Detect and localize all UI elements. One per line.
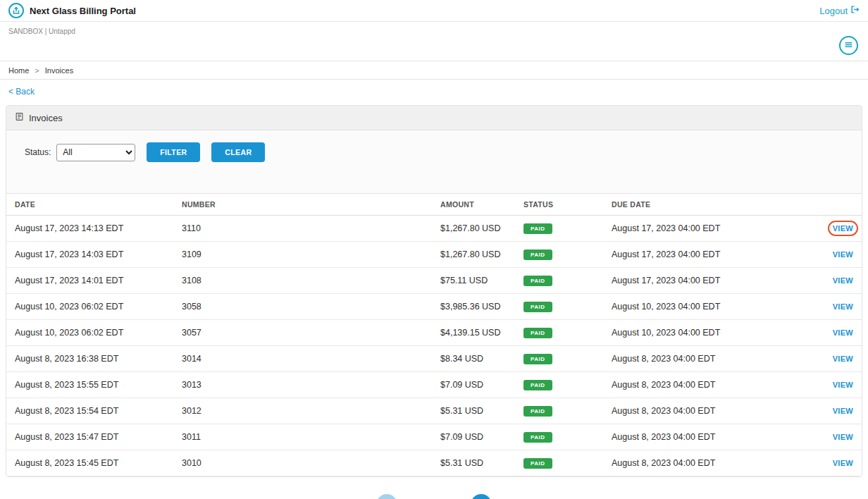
invoice-due-date: August 8, 2023 04:00 EDT bbox=[603, 346, 807, 372]
back-link[interactable]: < Back bbox=[8, 87, 35, 97]
invoice-number: 3010 bbox=[173, 450, 432, 476]
table-row: August 10, 2023 06:02 EDT 3058 $3,985.36… bbox=[6, 294, 862, 320]
invoice-number: 3057 bbox=[173, 320, 432, 346]
invoice-date: August 8, 2023 16:38 EDT bbox=[6, 346, 173, 372]
view-link[interactable]: VIEW bbox=[833, 381, 853, 389]
invoice-due-date: August 17, 2023 04:00 EDT bbox=[603, 268, 807, 294]
filter-row: Status: All FILTER CLEAR bbox=[6, 130, 862, 193]
invoices-panel: Invoices Status: All FILTER CLEAR DATE N… bbox=[6, 105, 862, 477]
logout-button[interactable]: Logout bbox=[819, 5, 860, 16]
app-logo-icon bbox=[8, 3, 24, 18]
view-link[interactable]: VIEW bbox=[833, 328, 853, 337]
environment-bar: SANDBOX | Untappd bbox=[0, 22, 868, 61]
invoice-number: 3012 bbox=[173, 398, 432, 424]
top-header: Next Glass Billing Portal Logout bbox=[0, 0, 868, 22]
invoice-amount: $7.09 USD bbox=[432, 372, 515, 398]
back-row: < Back bbox=[0, 80, 868, 101]
table-row: August 17, 2023 14:13 EDT 3110 $1,267.80… bbox=[6, 216, 862, 242]
invoice-due-date: August 10, 2023 04:00 EDT bbox=[603, 294, 807, 320]
status-badge: PAID bbox=[523, 276, 552, 286]
status-badge: PAID bbox=[523, 432, 552, 443]
table-row: August 10, 2023 06:02 EDT 3057 $4,139.15… bbox=[6, 320, 862, 346]
view-link[interactable]: VIEW bbox=[833, 276, 853, 285]
table-row: August 8, 2023 15:45 EDT 3010 $5.31 USD … bbox=[6, 450, 862, 476]
menu-button[interactable] bbox=[839, 36, 858, 55]
status-filter-select[interactable]: All bbox=[56, 144, 135, 161]
status-filter-label: Status: bbox=[25, 147, 51, 157]
breadcrumb-home[interactable]: Home bbox=[8, 66, 29, 75]
breadcrumb-current: Invoices bbox=[45, 66, 73, 75]
invoice-due-date: August 8, 2023 04:00 EDT bbox=[603, 424, 807, 450]
view-link[interactable]: VIEW bbox=[833, 407, 853, 415]
invoice-date: August 10, 2023 06:02 EDT bbox=[6, 294, 173, 320]
invoice-date: August 17, 2023 14:03 EDT bbox=[6, 242, 173, 268]
table-row: August 8, 2023 15:55 EDT 3013 $7.09 USD … bbox=[6, 372, 862, 398]
breadcrumb: Home > Invoices bbox=[0, 61, 868, 80]
next-page-button[interactable] bbox=[471, 494, 492, 499]
invoice-number: 3058 bbox=[173, 294, 432, 320]
pagination: Page 1 / 80 bbox=[0, 494, 868, 499]
view-link[interactable]: VIEW bbox=[833, 355, 853, 363]
table-row: August 17, 2023 14:01 EDT 3108 $75.11 US… bbox=[6, 268, 862, 294]
invoice-number: 3109 bbox=[173, 242, 432, 268]
table-row: August 8, 2023 15:47 EDT 3011 $7.09 USD … bbox=[6, 424, 862, 450]
view-link[interactable]: VIEW bbox=[833, 433, 853, 441]
invoice-amount: $5.31 USD bbox=[432, 450, 515, 476]
previous-page-button[interactable] bbox=[376, 494, 397, 499]
status-badge: PAID bbox=[523, 328, 552, 338]
table-row: August 8, 2023 15:54 EDT 3012 $5.31 USD … bbox=[6, 398, 862, 424]
column-header-actions bbox=[807, 194, 862, 216]
invoice-date: August 8, 2023 15:54 EDT bbox=[6, 398, 173, 424]
status-badge: PAID bbox=[523, 458, 552, 469]
invoice-due-date: August 8, 2023 04:00 EDT bbox=[603, 372, 807, 398]
invoice-number: 3108 bbox=[173, 268, 432, 294]
invoice-amount: $4,139.15 USD bbox=[432, 320, 515, 346]
invoice-amount: $8.34 USD bbox=[432, 346, 515, 372]
invoice-due-date: August 8, 2023 04:00 EDT bbox=[603, 450, 807, 476]
invoice-amount: $7.09 USD bbox=[432, 424, 515, 450]
invoice-date: August 10, 2023 06:02 EDT bbox=[6, 320, 173, 346]
status-badge: PAID bbox=[523, 380, 552, 390]
view-link[interactable]: VIEW bbox=[833, 302, 853, 311]
invoice-due-date: August 8, 2023 04:00 EDT bbox=[603, 398, 807, 424]
column-header-amount: AMOUNT bbox=[432, 194, 515, 216]
invoice-amount: $5.31 USD bbox=[432, 398, 515, 424]
annotation-highlight-circle: VIEW bbox=[828, 221, 858, 236]
status-badge: PAID bbox=[523, 302, 552, 312]
clear-button[interactable]: CLEAR bbox=[211, 142, 265, 162]
view-link[interactable]: VIEW bbox=[833, 459, 853, 467]
panel-header: Invoices bbox=[6, 106, 862, 130]
invoice-amount: $1,267.80 USD bbox=[432, 216, 515, 242]
status-badge: PAID bbox=[523, 354, 552, 364]
filter-button[interactable]: FILTER bbox=[147, 142, 200, 162]
table-header-row: DATE NUMBER AMOUNT STATUS DUE DATE bbox=[6, 194, 862, 216]
app-title: Next Glass Billing Portal bbox=[30, 6, 136, 16]
invoice-number: 3014 bbox=[173, 346, 432, 372]
hamburger-icon bbox=[844, 40, 853, 51]
invoice-due-date: August 10, 2023 04:00 EDT bbox=[603, 320, 807, 346]
logout-icon bbox=[850, 5, 860, 16]
logout-label: Logout bbox=[819, 6, 848, 16]
invoice-amount: $1,267.80 USD bbox=[432, 242, 515, 268]
column-header-status: STATUS bbox=[515, 194, 603, 216]
status-badge: PAID bbox=[523, 406, 552, 417]
invoice-amount: $75.11 USD bbox=[432, 268, 515, 294]
view-link[interactable]: VIEW bbox=[833, 250, 853, 259]
invoice-amount: $3,985.36 USD bbox=[432, 294, 515, 320]
status-badge: PAID bbox=[523, 250, 552, 260]
column-header-date: DATE bbox=[6, 194, 173, 216]
invoice-due-date: August 17, 2023 04:00 EDT bbox=[603, 216, 807, 242]
invoice-number: 3110 bbox=[173, 216, 432, 242]
column-header-due-date: DUE DATE bbox=[603, 194, 807, 216]
view-link[interactable]: VIEW bbox=[833, 224, 853, 233]
invoices-table: DATE NUMBER AMOUNT STATUS DUE DATE Augus… bbox=[6, 193, 862, 476]
column-header-number: NUMBER bbox=[173, 194, 432, 216]
breadcrumb-separator: > bbox=[35, 66, 39, 75]
invoice-number: 3011 bbox=[173, 424, 432, 450]
invoice-date: August 17, 2023 14:13 EDT bbox=[6, 216, 173, 242]
invoice-number: 3013 bbox=[173, 372, 432, 398]
panel-title: Invoices bbox=[29, 113, 63, 123]
table-row: August 8, 2023 16:38 EDT 3014 $8.34 USD … bbox=[6, 346, 862, 372]
invoice-date: August 8, 2023 15:55 EDT bbox=[6, 372, 173, 398]
invoice-date: August 8, 2023 15:45 EDT bbox=[6, 450, 173, 476]
